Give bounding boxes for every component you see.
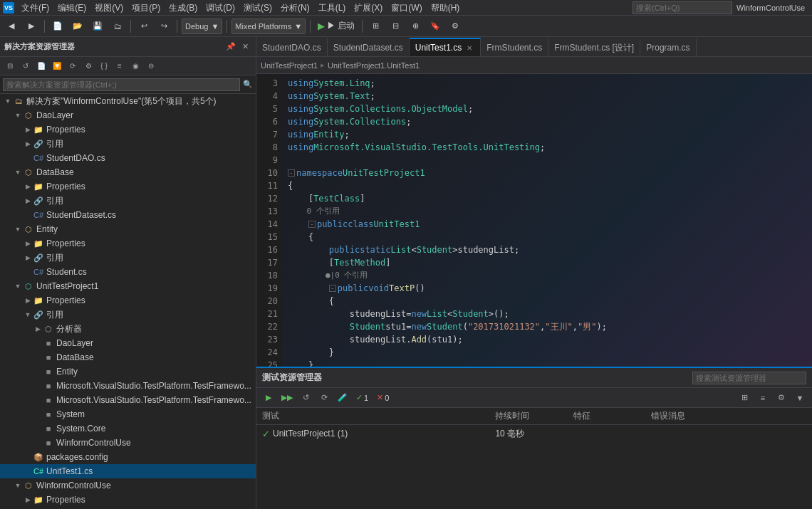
settings-btn[interactable]: ⚙ bbox=[81, 59, 95, 73]
ref-entity[interactable]: ■ Entity bbox=[0, 364, 256, 379]
ref-system-core[interactable]: ■ System.Core bbox=[0, 421, 256, 436]
proj-entity[interactable]: ▼ ⬡ Entity bbox=[0, 222, 256, 236]
proj-unittest[interactable]: ▼ ⬡ UnitTestProject1 bbox=[0, 279, 256, 293]
test-run-btn[interactable]: ▶ bbox=[261, 391, 276, 405]
unittest-refs-group[interactable]: ▼ 🔗 引用 bbox=[0, 308, 256, 322]
cs-icon-1: C# bbox=[33, 152, 44, 164]
unittest-cs[interactable]: C# UnitTest1.cs bbox=[0, 464, 256, 478]
wf-properties[interactable]: ▶ 📁 Properties bbox=[0, 493, 256, 507]
entity-studentcs[interactable]: C# Student.cs bbox=[0, 265, 256, 279]
tab-unittest1[interactable]: UnitTest1.cs ✕ bbox=[410, 38, 481, 56]
daolayer-studentdao[interactable]: C# StudentDAO.cs bbox=[0, 151, 256, 165]
unittest-packages[interactable]: 📦 packages.config bbox=[0, 450, 256, 464]
menu-analyze[interactable]: 分析(N) bbox=[276, 0, 314, 16]
solution-root[interactable]: ▼ 🗂 解决方案"WinformControlUse"(第5个项目，共5个) bbox=[0, 94, 256, 108]
proj-winform[interactable]: ▼ ⬡ WinformControlUse bbox=[0, 478, 256, 493]
wf-icon: ⬡ bbox=[23, 480, 34, 491]
platform-dropdown[interactable]: Mixed Platforms ▼ bbox=[231, 19, 306, 34]
database-studentdataset[interactable]: C# StudentDataset.cs bbox=[0, 208, 256, 222]
ref-system[interactable]: ■ System bbox=[0, 407, 256, 421]
code-lines[interactable]: using System.Linq; using System.Text; us… bbox=[282, 74, 812, 367]
test-refresh-btn[interactable]: ⟳ bbox=[316, 391, 332, 405]
solution-tree: ▼ 🗂 解决方案"WinformControlUse"(第5个项目，共5个) ▼… bbox=[0, 94, 256, 509]
save-all-btn[interactable]: 🗂 bbox=[109, 19, 126, 34]
test-search-input[interactable] bbox=[692, 372, 806, 384]
pin-sidebar-btn[interactable]: ⊖ bbox=[144, 59, 158, 73]
tb-extra-4[interactable]: 🔖 bbox=[427, 19, 444, 34]
menu-tools[interactable]: 工具(L) bbox=[314, 0, 350, 16]
code-editor[interactable]: 34567 89101112 13141516 17181920 2122232… bbox=[256, 74, 812, 367]
main-layout: 解决方案资源管理器 📌 ✕ ⊟ ↺ 📄 🔽 ⟳ ⚙ { } ≡ ◉ ⊖ 🔍 bbox=[0, 37, 812, 509]
back-btn[interactable]: ◀ bbox=[3, 19, 20, 34]
tab-close-unittest1[interactable]: ✕ bbox=[464, 43, 474, 53]
menu-view[interactable]: 视图(V) bbox=[90, 0, 127, 16]
tab-program[interactable]: Program.cs bbox=[640, 38, 696, 56]
sync-btn[interactable]: ⟳ bbox=[66, 59, 80, 73]
close-sidebar-btn[interactable]: ✕ bbox=[239, 41, 251, 53]
solution-label: 解决方案"WinformControlUse"(第5个项目，共5个) bbox=[26, 95, 217, 107]
ref-analyzer[interactable]: ▶ ⬡ 分析器 bbox=[0, 322, 256, 336]
ref-winform[interactable]: ■ WinformControlUse bbox=[0, 436, 256, 450]
menu-debug[interactable]: 调试(D) bbox=[202, 0, 239, 16]
collapse-all-btn[interactable]: ⊟ bbox=[3, 59, 17, 73]
ref-ms-test2[interactable]: ■ Microsoft.VisualStudio.TestPlatform.Te… bbox=[0, 393, 256, 407]
test-rerun-btn[interactable]: ↺ bbox=[298, 391, 313, 405]
ref-database[interactable]: ■ DataBase bbox=[0, 350, 256, 364]
pin-btn[interactable]: 📌 bbox=[224, 41, 237, 53]
nav-class: UnitTestProject1.UnitTest1 bbox=[328, 61, 420, 70]
menu-help[interactable]: 帮助(H) bbox=[427, 0, 464, 16]
debug-config-dropdown[interactable]: Debug ▼ bbox=[182, 19, 222, 34]
global-search-input[interactable] bbox=[633, 1, 732, 14]
menu-extensions[interactable]: 扩展(X) bbox=[350, 0, 387, 16]
open-btn[interactable]: 📂 bbox=[69, 19, 86, 34]
menu-edit[interactable]: 编辑(E) bbox=[53, 0, 90, 16]
menu-test[interactable]: 测试(S) bbox=[239, 0, 276, 16]
proj-database[interactable]: ▼ ⬡ DataBase bbox=[0, 165, 256, 179]
daolayer-refs[interactable]: ▶ 🔗 引用 bbox=[0, 137, 256, 151]
daolayer-properties[interactable]: ▶ 📁 Properties bbox=[0, 122, 256, 137]
proj-daolayer[interactable]: ▼ ⬡ DaoLayer bbox=[0, 108, 256, 122]
database-properties[interactable]: ▶ 📁 Properties bbox=[0, 179, 256, 194]
tab-frm-design[interactable]: FrmStudent.cs [设计] bbox=[548, 38, 640, 56]
tab-studentdao[interactable]: StudentDAO.cs bbox=[256, 38, 328, 56]
tb-extra-2[interactable]: ⊟ bbox=[387, 19, 404, 34]
line-numbers: 34567 89101112 13141516 17181920 2122232… bbox=[256, 74, 282, 367]
save-btn[interactable]: 💾 bbox=[89, 19, 106, 34]
test-result-row[interactable]: ✓ UnitTestProject1 (1) 10 毫秒 bbox=[256, 425, 812, 442]
forward-btn[interactable]: ▶ bbox=[23, 19, 40, 34]
test-menu-btn[interactable]: ▼ bbox=[792, 391, 808, 405]
filter-btn[interactable]: 🔽 bbox=[50, 59, 64, 73]
tab-frm[interactable]: FrmStudent.cs bbox=[481, 38, 548, 56]
active-item-btn[interactable]: ◉ bbox=[128, 59, 142, 73]
test-filter-btn[interactable]: ≡ bbox=[755, 391, 771, 405]
tab-studentdataset[interactable]: StudentDataset.cs bbox=[328, 38, 410, 56]
test-run-all-btn[interactable]: ▶▶ bbox=[279, 391, 295, 405]
new-file-btn[interactable]: 📄 bbox=[49, 19, 66, 34]
undo-btn[interactable]: ↩ bbox=[135, 19, 152, 34]
test-group-btn[interactable]: ⊞ bbox=[736, 391, 752, 405]
db-props-label: Properties bbox=[46, 182, 85, 191]
menu-window[interactable]: 窗口(W) bbox=[387, 0, 426, 16]
ref-ms-test1[interactable]: ■ Microsoft.VisualStudio.TestPlatform.Te… bbox=[0, 379, 256, 393]
tb-extra-1[interactable]: ⊞ bbox=[367, 19, 384, 34]
tb-extra-3[interactable]: ⊕ bbox=[407, 19, 424, 34]
test-row-time: 10 毫秒 bbox=[495, 428, 573, 440]
refresh-btn[interactable]: ↺ bbox=[19, 59, 33, 73]
ref-daolayer[interactable]: ■ DaoLayer bbox=[0, 336, 256, 350]
ref-wf-label: WinformControlUse bbox=[56, 438, 131, 448]
tb-extra-5[interactable]: ⚙ bbox=[447, 19, 464, 34]
menu-project[interactable]: 项目(P) bbox=[127, 0, 165, 16]
redo-btn[interactable]: ↪ bbox=[155, 19, 172, 34]
entity-refs[interactable]: ▶ 🔗 引用 bbox=[0, 251, 256, 265]
sidebar-search-input[interactable] bbox=[3, 78, 240, 91]
code-view-btn[interactable]: { } bbox=[97, 59, 111, 73]
show-files-btn[interactable]: 📄 bbox=[34, 59, 48, 73]
props-btn[interactable]: ≡ bbox=[113, 59, 127, 73]
unittest-properties[interactable]: ▶ 📁 Properties bbox=[0, 293, 256, 308]
menu-file[interactable]: 文件(F) bbox=[17, 0, 53, 16]
start-debug-btn[interactable]: ▶ ▶ 启动 bbox=[315, 19, 358, 34]
menu-build[interactable]: 生成(B) bbox=[165, 0, 202, 16]
test-settings-btn[interactable]: ⚙ bbox=[774, 391, 789, 405]
database-refs[interactable]: ▶ 🔗 引用 bbox=[0, 194, 256, 208]
entity-properties[interactable]: ▶ 📁 Properties bbox=[0, 236, 256, 251]
